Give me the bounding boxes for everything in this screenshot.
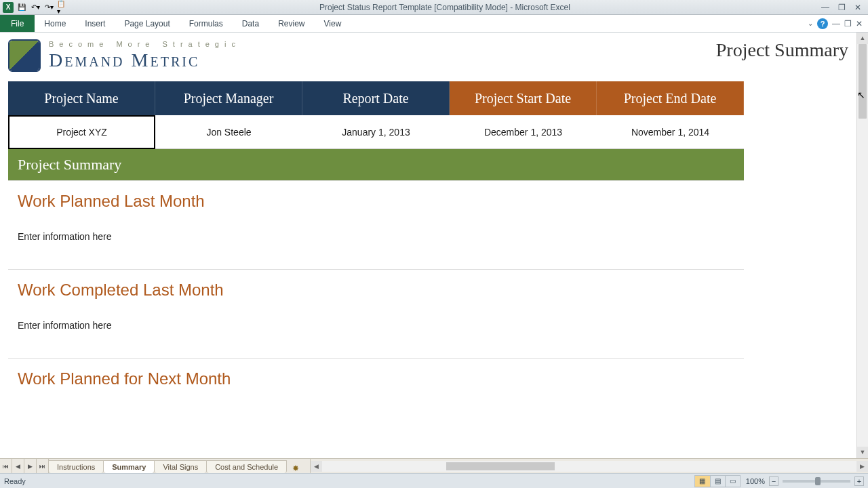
zoom-controls: 100% − + <box>746 476 864 486</box>
sheet-tab-instructions[interactable]: Instructions <box>48 460 104 473</box>
sheet-tab-vital-signs[interactable]: Vital Signs <box>154 460 207 473</box>
window-title: Project Status Report Template [Compatib… <box>71 3 819 12</box>
horizontal-scrollbar[interactable]: ◀ ▶ <box>311 461 868 472</box>
view-page-layout-icon[interactable]: ▤ <box>710 476 725 487</box>
section-body[interactable]: Enter information here <box>8 218 744 269</box>
scroll-down-icon[interactable]: ▼ <box>857 447 868 458</box>
view-normal-icon[interactable]: ▦ <box>695 476 710 487</box>
sheet-nav-next-icon[interactable]: ▶ <box>24 459 37 473</box>
scroll-thumb[interactable] <box>859 44 867 119</box>
excel-icon: X <box>3 2 14 13</box>
sheet-nav-last-icon[interactable]: ⏭ <box>37 459 49 473</box>
workbook-restore-button[interactable]: ❐ <box>844 19 852 28</box>
new-sheet-icon[interactable]: ✸ <box>287 464 304 473</box>
qat-more-icon[interactable]: 📋▾ <box>57 2 68 13</box>
status-ready: Ready <box>4 477 26 485</box>
section-title: Work Planned Last Month <box>8 181 744 218</box>
sheet-nav-buttons: ⏮ ◀ ▶ ⏭ <box>0 459 49 473</box>
sheet-tab-cost-schedule[interactable]: Cost and Schedule <box>206 460 287 473</box>
hdr-start-date: Project Start Date <box>450 81 597 115</box>
section-title: Work Completed Last Month <box>8 270 744 306</box>
val-project-name[interactable]: Project XYZ <box>8 115 155 149</box>
restore-button[interactable]: ❐ <box>835 3 848 12</box>
tab-file[interactable]: File <box>0 15 35 32</box>
save-icon[interactable]: 💾 <box>16 2 27 13</box>
workbook-minimize-button[interactable]: — <box>832 19 840 28</box>
titlebar: X 💾 ↶▾ ↷▾ 📋▾ Project Status Report Templ… <box>0 0 868 15</box>
quick-access-toolbar: X 💾 ↶▾ ↷▾ 📋▾ <box>0 2 71 13</box>
zoom-slider[interactable] <box>783 480 850 483</box>
page-title: Project Summary <box>716 39 848 61</box>
document-header: Become More Strategic Demand Metric Proj… <box>8 39 848 72</box>
workbook-close-button[interactable]: ✕ <box>856 19 863 28</box>
help-icon[interactable]: ? <box>817 18 828 29</box>
sheet-tabs: Instructions Summary Vital Signs Cost an… <box>49 459 304 473</box>
redo-icon[interactable]: ↷▾ <box>43 2 54 13</box>
view-buttons: ▦ ▤ ▭ <box>694 475 741 487</box>
close-button[interactable]: ✕ <box>852 3 864 12</box>
tab-insert[interactable]: Insert <box>75 15 115 32</box>
worksheet-area: Become More Strategic Demand Metric Proj… <box>0 33 868 458</box>
section-title: Work Planned for Next Month <box>8 359 744 395</box>
hdr-report-date: Report Date <box>302 81 450 115</box>
section-band: Project Summary <box>8 149 744 180</box>
hscroll-thumb[interactable] <box>446 462 555 470</box>
val-report-date[interactable]: January 1, 2013 <box>302 115 450 149</box>
zoom-in-button[interactable]: + <box>854 476 864 486</box>
minimize-button[interactable]: — <box>819 3 831 12</box>
window-controls: — ❐ ✕ <box>819 3 868 12</box>
sheet-nav-prev-icon[interactable]: ◀ <box>12 459 24 473</box>
sheet-nav-first-icon[interactable]: ⏮ <box>0 459 12 473</box>
tab-formulas[interactable]: Formulas <box>180 15 233 32</box>
section-body[interactable]: Enter information here <box>8 306 744 358</box>
val-project-manager[interactable]: Jon Steele <box>155 115 302 149</box>
info-table: Project Name Project XYZ Project Manager… <box>8 81 744 149</box>
hdr-project-manager: Project Manager <box>155 81 302 115</box>
section-work-planned-last: Work Planned Last Month Enter informatio… <box>8 180 744 269</box>
tab-page-layout[interactable]: Page Layout <box>115 15 179 32</box>
zoom-out-button[interactable]: − <box>769 476 778 486</box>
ribbon-minimize-icon[interactable]: ⌄ <box>808 20 813 27</box>
tab-review[interactable]: Review <box>269 15 314 32</box>
status-bar: Ready ▦ ▤ ▭ 100% − + <box>0 473 868 488</box>
val-end-date[interactable]: November 1, 2014 <box>597 115 744 149</box>
sheet-tabs-row: ⏮ ◀ ▶ ⏭ Instructions Summary Vital Signs… <box>0 458 868 473</box>
section-work-planned-next: Work Planned for Next Month <box>8 358 744 395</box>
view-page-break-icon[interactable]: ▭ <box>725 476 740 487</box>
val-start-date[interactable]: December 1, 2013 <box>450 115 597 149</box>
logo-mark-icon <box>8 39 41 72</box>
section-work-completed-last: Work Completed Last Month Enter informat… <box>8 269 744 358</box>
sheet-tab-summary[interactable]: Summary <box>103 460 155 473</box>
hscroll-right-icon[interactable]: ▶ <box>856 461 868 472</box>
horizontal-scroll-area: ◀ ▶ <box>310 459 868 473</box>
undo-icon[interactable]: ↶▾ <box>30 2 41 13</box>
hdr-end-date: Project End Date <box>597 81 744 115</box>
hdr-project-name: Project Name <box>8 81 155 115</box>
worksheet[interactable]: Become More Strategic Demand Metric Proj… <box>0 33 856 458</box>
logo-brand: Demand Metric <box>49 49 241 71</box>
scroll-up-icon[interactable]: ▲ <box>857 33 868 44</box>
logo-block: Become More Strategic Demand Metric <box>8 39 241 72</box>
logo-tagline: Become More Strategic <box>49 40 241 48</box>
tab-data[interactable]: Data <box>233 15 269 32</box>
vertical-scrollbar[interactable]: ▲ ▼ <box>856 33 868 458</box>
zoom-slider-knob[interactable] <box>815 477 821 485</box>
tab-home[interactable]: Home <box>35 15 75 32</box>
ribbon-tabs: File Home Insert Page Layout Formulas Da… <box>0 15 868 33</box>
tab-view[interactable]: View <box>315 15 351 32</box>
hscroll-left-icon[interactable]: ◀ <box>311 461 322 472</box>
zoom-level[interactable]: 100% <box>746 477 765 485</box>
